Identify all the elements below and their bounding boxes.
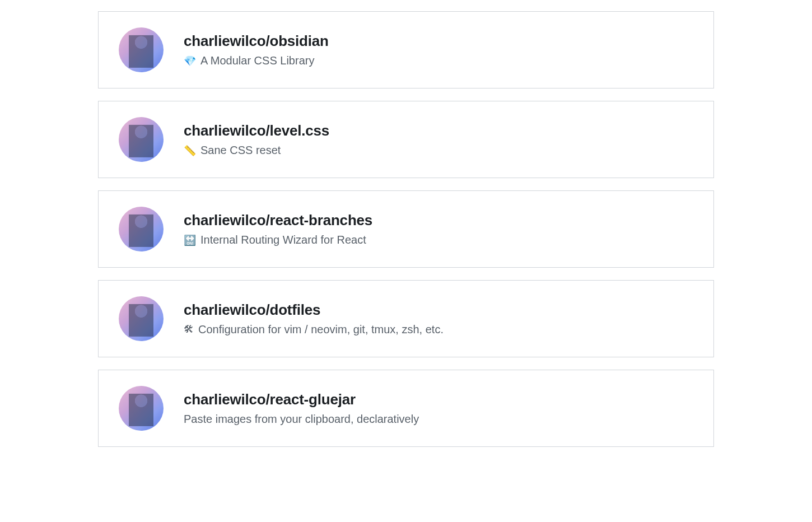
repo-title[interactable]: charliewilco/obsidian — [184, 32, 693, 50]
repo-card[interactable]: charliewilco/react-branches 🔛 Internal R… — [98, 190, 714, 268]
repo-list: charliewilco/obsidian 💎 A Modular CSS Li… — [87, 11, 725, 447]
repo-title[interactable]: charliewilco/react-gluejar — [184, 391, 693, 408]
avatar — [119, 296, 164, 341]
gem-icon: 💎 — [184, 55, 196, 67]
repo-description: 💎 A Modular CSS Library — [184, 54, 693, 67]
repo-description: Paste images from your clipboard, declar… — [184, 413, 693, 426]
repo-card[interactable]: charliewilco/react-gluejar Paste images … — [98, 370, 714, 447]
repo-title[interactable]: charliewilco/level.css — [184, 122, 693, 139]
repo-info: charliewilco/obsidian 💎 A Modular CSS Li… — [184, 32, 693, 67]
repo-description-text: Internal Routing Wizard for React — [200, 234, 366, 246]
repo-description: 🛠 Configuration for vim / neovim, git, t… — [184, 323, 693, 336]
repo-title[interactable]: charliewilco/react-branches — [184, 212, 693, 229]
repo-info: charliewilco/react-branches 🔛 Internal R… — [184, 212, 693, 246]
repo-card[interactable]: charliewilco/obsidian 💎 A Modular CSS Li… — [98, 11, 714, 88]
ruler-icon: 📏 — [184, 145, 196, 157]
repo-description: 📏 Sane CSS reset — [184, 144, 693, 157]
on-arrow-icon: 🔛 — [184, 234, 196, 246]
hammer-wrench-icon: 🛠 — [184, 324, 194, 335]
repo-info: charliewilco/level.css 📏 Sane CSS reset — [184, 122, 693, 157]
avatar — [119, 386, 164, 431]
repo-description-text: Paste images from your clipboard, declar… — [184, 413, 419, 426]
repo-description-text: Sane CSS reset — [200, 144, 281, 157]
repo-info: charliewilco/dotfiles 🛠 Configuration fo… — [184, 301, 693, 336]
repo-description: 🔛 Internal Routing Wizard for React — [184, 234, 693, 246]
repo-description-text: A Modular CSS Library — [200, 54, 314, 67]
repo-description-text: Configuration for vim / neovim, git, tmu… — [198, 323, 444, 336]
repo-title[interactable]: charliewilco/dotfiles — [184, 301, 693, 319]
repo-info: charliewilco/react-gluejar Paste images … — [184, 391, 693, 426]
avatar — [119, 27, 164, 72]
repo-card[interactable]: charliewilco/dotfiles 🛠 Configuration fo… — [98, 280, 714, 357]
avatar — [119, 207, 164, 251]
repo-card[interactable]: charliewilco/level.css 📏 Sane CSS reset — [98, 101, 714, 178]
avatar — [119, 117, 164, 162]
